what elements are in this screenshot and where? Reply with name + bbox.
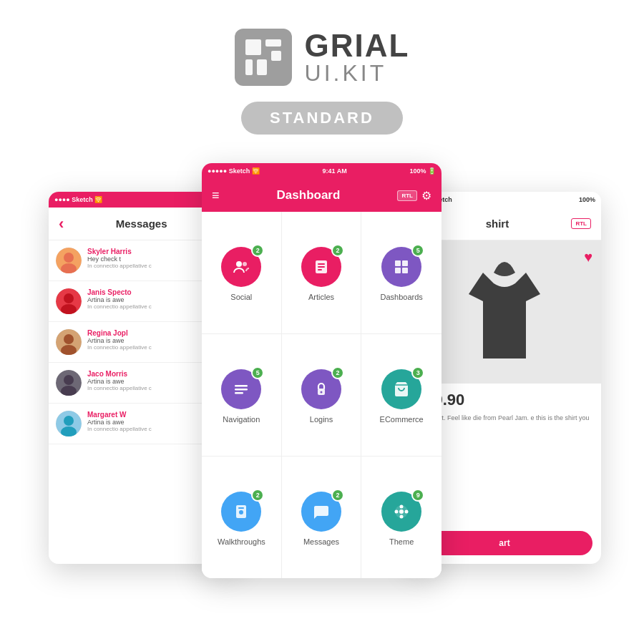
nav-title-product: shirt [486,218,509,230]
svg-rect-2 [245,59,253,75]
nav-title-dashboard: Dashboard [277,188,341,203]
grid-cell-messages[interactable]: 2 Messages [282,457,362,578]
avatar [56,329,82,355]
svg-rect-32 [235,392,243,394]
svg-rect-28 [395,268,401,273]
badge-logins: 2 [331,366,344,379]
svg-point-15 [64,375,74,385]
label-dashboards: Dashboards [380,293,422,301]
avatar [56,370,82,396]
dashboard-grid: 2 Social 2 Articles 5 Dashboa [202,212,441,578]
svg-point-34 [320,391,322,394]
badge-messages: 2 [331,489,344,502]
logins-icon-circle: 2 [301,369,341,409]
svg-rect-38 [238,507,244,509]
svg-rect-26 [395,260,401,266]
grid-cell-dashboards[interactable]: 5 Dashboards [361,212,441,334]
svg-rect-1 [265,39,281,47]
badge-articles: 2 [331,244,344,257]
battery-center: 100% 🔋 [409,167,436,175]
badge-dashboards: 5 [411,244,424,257]
grid-cell-navigation[interactable]: 5 Navigation [202,334,282,457]
label-articles: Articles [308,293,334,301]
rtl-badge-product: RTL [571,218,591,229]
ecommerce-icon-circle: 3 [381,369,421,409]
grid-cell-walkthroughs[interactable]: 2 Walkthroughs [202,457,282,578]
badge-social: 2 [251,244,264,257]
svg-point-12 [64,334,74,344]
avatar [56,411,82,436]
label-social: Social [230,293,252,301]
header: GRIAL UI.KIT [235,29,410,86]
svg-point-43 [395,510,399,514]
shirt-image [462,258,547,366]
svg-rect-30 [235,385,248,387]
badge-ecommerce: 3 [411,366,424,379]
svg-point-37 [239,510,243,514]
dashboards-icon-circle: 5 [381,247,421,287]
phone-dashboard: ●●●●● Sketch 🛜 9:41 AM 100% 🔋 ≡ Dashboar… [202,163,441,578]
svg-rect-29 [402,268,408,273]
menu-icon[interactable]: ≡ [212,188,220,203]
svg-rect-31 [235,389,248,391]
logo-box [235,29,292,86]
svg-point-44 [399,509,404,514]
grid-cell-ecommerce[interactable]: 3 ECommerce [361,334,441,457]
svg-rect-23 [318,263,325,265]
label-ecommerce: ECommerce [380,415,424,424]
heart-button[interactable]: ♥ [584,249,592,265]
label-logins: Logins [310,415,333,424]
navigation-icon-circle: 5 [221,369,261,409]
brand-text: GRIAL UI.KIT [305,30,410,84]
phones-container: ●●●● Sketch 🛜 100% ‹ Messages Me Skyler [0,149,644,592]
nav-bar-dashboard: ≡ Dashboard RTL ⚙ [202,179,441,212]
brand-sub: UI.KIT [305,62,410,84]
svg-point-9 [64,293,74,303]
time-center: 9:41 AM [322,167,346,175]
status-bar-center: ●●●●● Sketch 🛜 9:41 AM 100% 🔋 [202,163,441,179]
articles-icon-circle: 2 [301,247,341,287]
svg-rect-3 [257,59,267,75]
product-description: style shirt. Feel like die from Pearl Ja… [416,414,592,423]
add-to-cart-button[interactable]: art [416,531,592,555]
svg-point-40 [400,505,404,509]
grid-cell-social[interactable]: 2 Social [202,212,282,334]
brand-name: GRIAL [305,30,410,62]
signal-dots: ●●●● Sketch 🛜 [54,196,102,203]
svg-rect-25 [318,269,322,270]
label-navigation: Navigation [223,415,260,424]
grid-cell-logins[interactable]: 2 Logins [282,334,362,457]
svg-point-20 [236,261,242,267]
gear-icon[interactable]: ⚙ [421,189,431,203]
svg-rect-4 [271,51,281,61]
social-icon-circle: 2 [221,247,261,287]
standard-badge: STANDARD [241,102,403,135]
theme-icon-circle: 9 [381,492,421,532]
nav-title-messages: Messages [116,218,167,230]
badge-walkthroughs: 2 [251,489,264,502]
walkthroughs-icon-circle: 2 [221,492,261,532]
avatar [56,248,82,273]
badge-navigation: 5 [251,366,264,379]
grid-cell-articles[interactable]: 2 Articles [282,212,362,334]
messages-icon-circle: 2 [301,492,341,532]
label-theme: Theme [389,537,414,546]
label-walkthroughs: Walkthroughs [218,537,265,546]
svg-point-42 [400,515,404,519]
svg-point-41 [405,510,409,514]
back-button[interactable]: ‹ [59,215,64,233]
label-messages: Messages [303,537,339,546]
svg-rect-24 [318,266,325,268]
avatar [56,288,82,314]
battery-right: 100% [579,196,595,203]
svg-rect-0 [245,39,261,55]
grid-cell-theme[interactable]: 9 Theme [361,457,441,578]
rtl-badge-dashboard: RTL [397,190,417,201]
signal-center: ●●●●● Sketch 🛜 [208,167,260,175]
product-price: $39.90 [416,391,592,409]
svg-point-21 [243,262,247,266]
svg-rect-27 [402,260,408,266]
svg-point-18 [64,416,74,426]
svg-point-6 [64,253,74,263]
badge-theme: 9 [411,489,424,502]
